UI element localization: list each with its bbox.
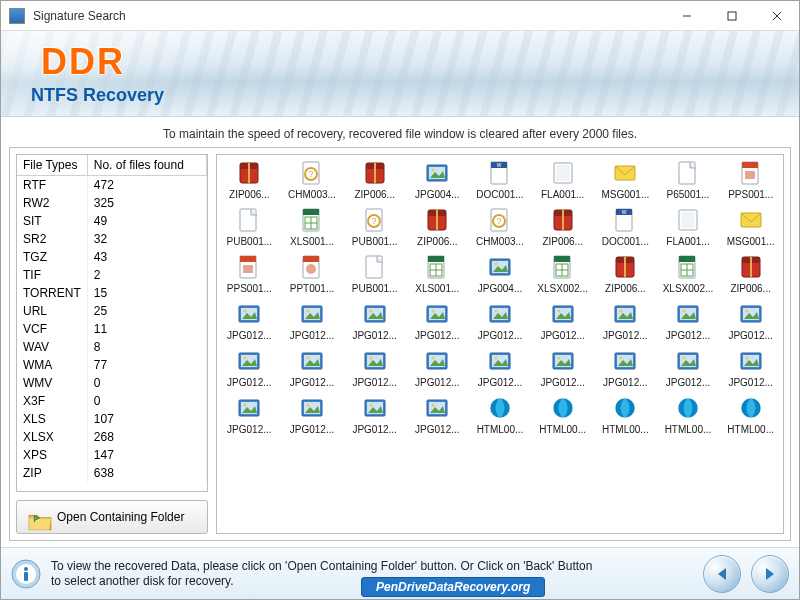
next-button[interactable] xyxy=(751,555,789,593)
file-item[interactable]: CHM003... xyxy=(470,206,531,247)
file-item[interactable]: JPG012... xyxy=(344,394,405,435)
pps-icon xyxy=(235,253,263,281)
file-item[interactable]: ZIP006... xyxy=(595,253,656,294)
file-item[interactable]: PUB001... xyxy=(219,206,280,247)
file-label: ZIP006... xyxy=(354,189,395,200)
open-containing-folder-button[interactable]: Open Containing Folder xyxy=(16,500,208,534)
file-item[interactable]: MSG001... xyxy=(720,206,781,247)
svg-marker-39 xyxy=(766,568,774,580)
file-item[interactable]: ZIP006... xyxy=(219,159,280,200)
file-item[interactable]: JPG012... xyxy=(658,300,719,341)
file-item[interactable]: HTML00... xyxy=(658,394,719,435)
table-row[interactable]: TGZ43 xyxy=(17,248,207,266)
table-row[interactable]: WMA77 xyxy=(17,356,207,374)
file-item[interactable]: JPG012... xyxy=(720,300,781,341)
file-item[interactable]: HTML00... xyxy=(470,394,531,435)
file-item[interactable]: PUB001... xyxy=(344,206,405,247)
maximize-button[interactable] xyxy=(709,1,754,31)
img-icon xyxy=(423,300,451,328)
file-item[interactable]: JPG012... xyxy=(470,300,531,341)
maximize-icon xyxy=(727,11,737,21)
file-item[interactable]: P65001... xyxy=(658,159,719,200)
file-item[interactable]: JPG012... xyxy=(595,300,656,341)
table-header-type[interactable]: File Types xyxy=(17,155,87,176)
cell-count: 2 xyxy=(87,266,206,284)
cell-type: VCF xyxy=(17,320,87,338)
file-item[interactable]: DOC001... xyxy=(595,206,656,247)
close-button[interactable] xyxy=(754,1,799,31)
table-row[interactable]: VCF11 xyxy=(17,320,207,338)
table-row[interactable]: WAV8 xyxy=(17,338,207,356)
back-button[interactable] xyxy=(703,555,741,593)
table-row[interactable]: TORRENT15 xyxy=(17,284,207,302)
file-item[interactable]: PPS001... xyxy=(720,159,781,200)
file-item[interactable]: JPG012... xyxy=(470,347,531,388)
cell-count: 15 xyxy=(87,284,206,302)
file-item[interactable]: DOC001... xyxy=(470,159,531,200)
cell-count: 107 xyxy=(87,410,206,428)
file-item[interactable]: JPG012... xyxy=(595,347,656,388)
file-item[interactable]: JPG012... xyxy=(407,347,468,388)
file-item[interactable]: ZIP006... xyxy=(720,253,781,294)
table-row[interactable]: URL25 xyxy=(17,302,207,320)
file-icon xyxy=(674,159,702,187)
file-item[interactable]: PPS001... xyxy=(219,253,280,294)
file-grid[interactable]: ZIP006...CHM003...ZIP006...JPG004...DOC0… xyxy=(216,154,784,534)
file-item[interactable]: PPT001... xyxy=(282,253,343,294)
file-item[interactable]: XLSX002... xyxy=(658,253,719,294)
file-item[interactable]: JPG012... xyxy=(282,300,343,341)
file-item[interactable]: JPG012... xyxy=(344,347,405,388)
xls-icon xyxy=(298,206,326,234)
file-item[interactable]: JPG012... xyxy=(532,347,593,388)
file-item[interactable]: JPG012... xyxy=(219,347,280,388)
file-item[interactable]: MSG001... xyxy=(595,159,656,200)
file-item[interactable]: JPG012... xyxy=(407,394,468,435)
file-item[interactable]: XLS001... xyxy=(407,253,468,294)
file-item[interactable]: FLA001... xyxy=(532,159,593,200)
file-icon xyxy=(361,253,389,281)
table-row[interactable]: RTF472 xyxy=(17,176,207,195)
img-icon xyxy=(549,347,577,375)
file-label: JPG012... xyxy=(415,424,459,435)
file-item[interactable]: JPG004... xyxy=(470,253,531,294)
file-item[interactable]: JPG012... xyxy=(344,300,405,341)
file-item[interactable]: HTML00... xyxy=(532,394,593,435)
file-item[interactable]: JPG012... xyxy=(282,347,343,388)
minimize-button[interactable] xyxy=(664,1,709,31)
file-item[interactable]: HTML00... xyxy=(720,394,781,435)
file-item[interactable]: XLS001... xyxy=(282,206,343,247)
panes: File Types No. of files found RTF472RW23… xyxy=(9,147,791,541)
file-item[interactable]: ZIP006... xyxy=(344,159,405,200)
table-row[interactable]: TIF2 xyxy=(17,266,207,284)
filetype-table[interactable]: File Types No. of files found RTF472RW23… xyxy=(16,154,208,492)
cell-count: 43 xyxy=(87,248,206,266)
file-item[interactable]: HTML00... xyxy=(595,394,656,435)
img-icon xyxy=(423,159,451,187)
file-item[interactable]: JPG012... xyxy=(407,300,468,341)
file-item[interactable]: JPG012... xyxy=(720,347,781,388)
table-row[interactable]: SR232 xyxy=(17,230,207,248)
file-label: ZIP006... xyxy=(229,189,270,200)
table-header-count[interactable]: No. of files found xyxy=(87,155,206,176)
file-item[interactable]: FLA001... xyxy=(658,206,719,247)
file-item[interactable]: CHM003... xyxy=(282,159,343,200)
file-item[interactable]: JPG012... xyxy=(219,300,280,341)
table-row[interactable]: ZIP638 xyxy=(17,464,207,482)
table-row[interactable]: XPS147 xyxy=(17,446,207,464)
file-item[interactable]: ZIP006... xyxy=(532,206,593,247)
table-row[interactable]: X3F0 xyxy=(17,392,207,410)
table-row[interactable]: RW2325 xyxy=(17,194,207,212)
table-row[interactable]: XLSX268 xyxy=(17,428,207,446)
file-item[interactable]: JPG012... xyxy=(658,347,719,388)
file-item[interactable]: XLSX002... xyxy=(532,253,593,294)
file-item[interactable]: JPG012... xyxy=(219,394,280,435)
file-item[interactable]: ZIP006... xyxy=(407,206,468,247)
file-item[interactable]: JPG012... xyxy=(282,394,343,435)
file-item[interactable]: PUB001... xyxy=(344,253,405,294)
file-item[interactable]: JPG012... xyxy=(532,300,593,341)
table-row[interactable]: WMV0 xyxy=(17,374,207,392)
table-row[interactable]: XLS107 xyxy=(17,410,207,428)
img-icon xyxy=(361,394,389,422)
table-row[interactable]: SIT49 xyxy=(17,212,207,230)
file-item[interactable]: JPG004... xyxy=(407,159,468,200)
